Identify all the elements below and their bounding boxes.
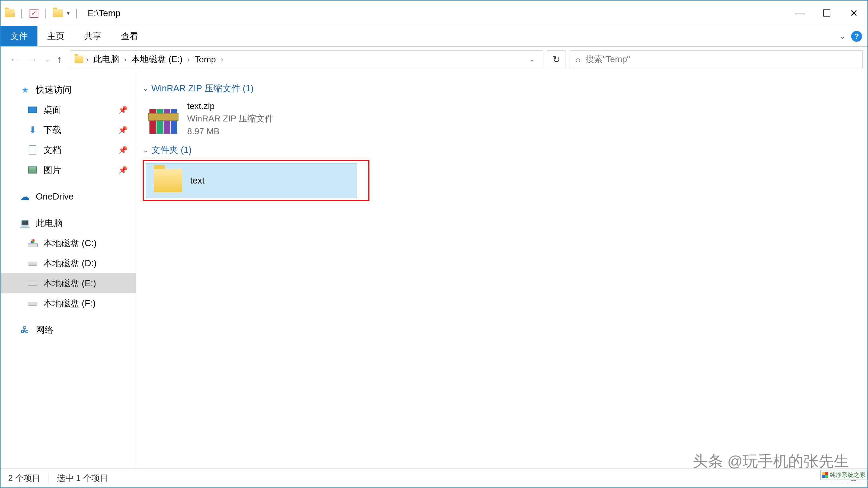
content-pane[interactable]: ⌄ WinRAR ZIP 压缩文件 (1) text.zip WinRAR ZI… [136,72,867,468]
sidebar-item-label: 桌面 [43,104,61,116]
crumb-temp[interactable]: Temp [192,55,218,65]
chevron-right-icon[interactable]: › [86,55,88,64]
disk-icon [28,279,37,288]
sidebar-item-label: 快速访问 [36,84,72,96]
group-label: 文件夹 (1) [151,144,192,156]
disk-icon [28,298,37,308]
separator: │ [74,9,80,18]
search-icon: ⌕ [575,55,581,65]
file-type: WinRAR ZIP 压缩文件 [187,113,273,125]
archive-icon [147,104,180,134]
document-icon [28,145,37,155]
crumb-this-pc[interactable]: 此电脑 [91,54,122,65]
tab-home[interactable]: 主页 [37,26,74,46]
navigation-pane: ★ 快速访问 桌面 📌 ⬇ 下载 📌 文档 📌 图片 📌 [1,72,136,468]
back-button[interactable]: ← [10,54,20,65]
separator: │ [43,9,48,18]
folder-icon [154,169,182,192]
ribbon-expand-icon[interactable]: ⌄ [839,32,846,41]
tab-share[interactable]: 共享 [74,26,111,46]
quick-access-toolbar: │ ✓ │ ▾ │ E:\Temp [1,8,120,19]
group-header-zip[interactable]: ⌄ WinRAR ZIP 压缩文件 (1) [143,83,861,95]
chevron-right-icon[interactable]: › [124,55,127,64]
network-icon: 🖧 [20,325,30,335]
tab-view[interactable]: 查看 [111,26,148,46]
chevron-down-icon[interactable]: ⌄ [143,84,149,93]
history-dropdown-icon[interactable]: ⌄ [44,56,50,63]
sidebar-item-label: 下载 [43,124,61,136]
navigation-bar: ← → ⌄ ↑ › 此电脑 › 本地磁盘 (E:) › Temp › ⌄ ↻ ⌕… [1,46,867,72]
sidebar-pictures[interactable]: 图片 📌 [1,160,136,180]
sidebar-documents[interactable]: 文档 📌 [1,140,136,160]
sidebar-item-label: 网络 [36,324,54,336]
forward-button[interactable]: → [27,54,37,65]
status-item-count: 2 个项目 [8,473,40,484]
refresh-button[interactable]: ↻ [547,51,566,68]
sidebar-network[interactable]: 🖧 网络 [1,320,136,340]
address-dropdown-icon[interactable]: ⌄ [525,56,539,63]
group-header-folder[interactable]: ⌄ 文件夹 (1) [143,144,861,156]
folder-icon[interactable] [53,9,63,18]
chevron-down-icon[interactable]: ⌄ [143,146,149,154]
pictures-icon [28,165,37,175]
group-label: WinRAR ZIP 压缩文件 (1) [151,83,254,95]
disk-icon [28,238,37,248]
thumbnails-view-button[interactable]: ▦ [847,473,860,483]
star-icon: ★ [20,85,30,95]
close-button[interactable]: ✕ [840,1,867,26]
pin-icon: 📌 [118,126,128,134]
status-selected-count: 选中 1 个项目 [57,473,108,484]
sidebar-desktop[interactable]: 桌面 📌 [1,100,136,120]
separator: │ [20,9,25,18]
sidebar-disk-c[interactable]: 本地磁盘 (C:) [1,233,136,253]
maximize-button[interactable]: ☐ [813,1,840,26]
separator [49,473,49,484]
up-button[interactable]: ↑ [57,54,62,65]
pin-icon: 📌 [118,145,128,155]
folder-icon [74,56,83,63]
minimize-button[interactable]: — [786,1,813,26]
nav-arrows: ← → ⌄ ↑ [5,54,66,65]
file-item-zip[interactable]: text.zip WinRAR ZIP 压缩文件 8.97 MB [143,98,365,139]
sidebar-disk-d[interactable]: 本地磁盘 (D:) [1,253,136,273]
desktop-icon [28,105,37,115]
sidebar-this-pc[interactable]: 💻 此电脑 [1,213,136,233]
view-mode-switcher: ☰ ▦ [831,473,860,483]
pin-icon: 📌 [118,166,128,174]
folder-icon [5,9,14,18]
search-placeholder: 搜索"Temp" [585,54,630,65]
properties-icon[interactable]: ✓ [30,9,38,18]
qat-dropdown-icon[interactable]: ▾ [67,10,70,17]
sidebar-item-label: 本地磁盘 (F:) [43,297,95,310]
details-view-button[interactable]: ☰ [831,473,844,483]
sidebar-item-label: 本地磁盘 (E:) [43,278,96,290]
download-icon: ⬇ [28,125,37,135]
help-icon[interactable]: ? [851,31,862,42]
address-bar[interactable]: › 此电脑 › 本地磁盘 (E:) › Temp › ⌄ [70,51,543,68]
ribbon-tabs: 文件 主页 共享 查看 ⌄ ? [1,26,867,46]
explorer-window: │ ✓ │ ▾ │ E:\Temp — ☐ ✕ 文件 主页 共享 查看 ⌄ ? … [0,0,868,488]
sidebar-item-label: 本地磁盘 (D:) [43,257,97,269]
sidebar-onedrive[interactable]: ☁ OneDrive [1,187,136,206]
sidebar-item-label: 此电脑 [36,217,63,229]
tab-file[interactable]: 文件 [1,26,37,46]
chevron-right-icon[interactable]: › [221,55,223,64]
cloud-icon: ☁ [20,192,30,201]
chevron-right-icon[interactable]: › [187,55,190,64]
crumb-disk-e[interactable]: 本地磁盘 (E:) [129,54,185,65]
folder-item-text[interactable]: text [146,163,357,198]
titlebar: │ ✓ │ ▾ │ E:\Temp — ☐ ✕ [1,1,867,26]
file-size: 8.97 MB [187,126,273,136]
sidebar-disk-f[interactable]: 本地磁盘 (F:) [1,293,136,314]
sidebar-item-label: 文档 [43,144,61,156]
body: ★ 快速访问 桌面 📌 ⬇ 下载 📌 文档 📌 图片 📌 [1,72,867,468]
file-meta: text.zip WinRAR ZIP 压缩文件 8.97 MB [187,101,273,136]
highlight-box: text [143,160,369,201]
sidebar-item-label: OneDrive [36,191,73,202]
sidebar-disk-e[interactable]: 本地磁盘 (E:) [1,273,136,293]
sidebar-downloads[interactable]: ⬇ 下载 📌 [1,120,136,140]
window-controls: — ☐ ✕ [786,1,867,26]
search-input[interactable]: ⌕ 搜索"Temp" [569,51,863,68]
file-name: text.zip [187,101,273,111]
sidebar-quick-access[interactable]: ★ 快速访问 [1,80,136,100]
